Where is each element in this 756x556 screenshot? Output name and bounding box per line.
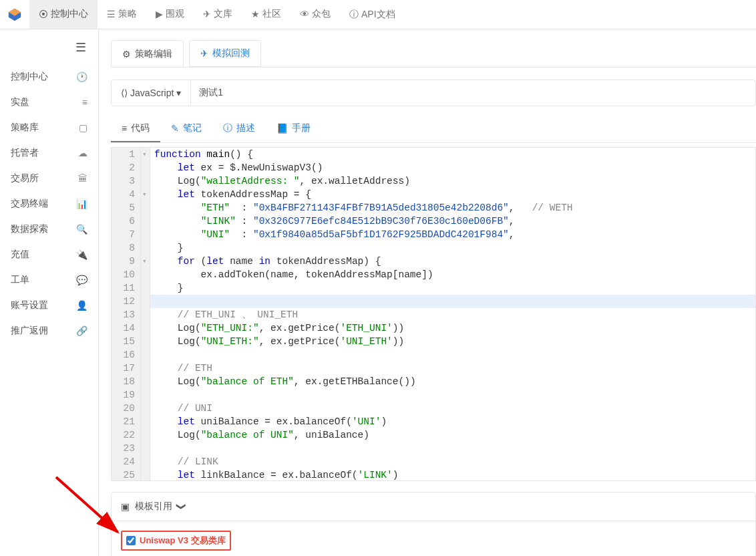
topnav-item-2[interactable]: ▶围观: [146, 0, 194, 29]
code-editor[interactable]: 1▾function main() {2 let ex = $.NewUnisw…: [111, 147, 756, 481]
code-line[interactable]: 13 // ETH_UNI 、 UNI_ETH: [112, 308, 755, 321]
chevron-down-icon: ❯: [176, 503, 187, 511]
topnav-item-1[interactable]: ☰策略: [98, 0, 146, 29]
caret-down-icon: ▾: [176, 88, 181, 98]
code-line[interactable]: 3 Log("walletAddress: ", ex.walletAddres…: [112, 174, 755, 188]
sidebar-item-9[interactable]: 账号设置👤: [5, 293, 93, 318]
inner-tab-icon: ⓘ: [223, 122, 232, 134]
sidebar-item-8[interactable]: 工单💬: [5, 267, 93, 293]
nav-icon: ★: [251, 9, 260, 19]
code-line[interactable]: 18 Log("balance of ETH", ex.getETHBalanc…: [112, 375, 755, 388]
topnav-item-5[interactable]: 👁众包: [291, 0, 340, 29]
toolbar: ⟨⟩ JavaScript ▾ 测试1: [111, 80, 756, 106]
code-line[interactable]: 12: [112, 295, 755, 308]
code-line[interactable]: 17 // ETH: [112, 362, 755, 375]
template-section-body: Uniswap V3 交易类库: [111, 521, 756, 556]
inner-tab-icon: 📘: [276, 123, 288, 134]
inner-tab-icon: ✎: [171, 123, 179, 134]
sidebar-icon: 💬: [76, 275, 87, 285]
sidebar-item-10[interactable]: 推广返佣🔗: [5, 318, 93, 343]
code-line[interactable]: 2 let ex = $.NewUniswapV3(): [112, 161, 755, 174]
topnav-item-3[interactable]: ✈文库: [194, 0, 242, 29]
sidebar-icon: 🔗: [76, 325, 87, 336]
sidebar-item-1[interactable]: 实盘≡: [5, 90, 93, 115]
main: ⚙策略编辑✈模拟回测 ⟨⟩ JavaScript ▾ 测试1 ≡代码✎笔记ⓘ描述…: [99, 29, 756, 556]
layer-icon: ▣: [121, 501, 130, 512]
sidebar-icon: ☁: [78, 148, 87, 158]
sidebar-toggle[interactable]: ☰: [5, 36, 93, 64]
sidebar-icon: ≡: [82, 97, 87, 108]
topnav-item-0[interactable]: ⦿控制中心: [29, 0, 98, 29]
nav-icon: ☰: [107, 9, 116, 19]
sidebar-item-2[interactable]: 策略库▢: [5, 115, 93, 140]
logo[interactable]: [0, 0, 29, 29]
nav-icon: ✈: [203, 9, 211, 19]
code-line[interactable]: 1▾function main() {: [112, 148, 755, 161]
sidebar-item-3[interactable]: 托管者☁: [5, 140, 93, 166]
template-item-uniswap[interactable]: Uniswap V3 交易类库: [121, 531, 231, 551]
lang-label: JavaScript: [130, 88, 174, 98]
sidebar-icon: 🔍: [76, 224, 87, 235]
tab-icon: ✈: [200, 48, 208, 59]
sidebar-icon: 📊: [76, 198, 87, 209]
code-icon: ⟨⟩: [121, 88, 128, 98]
code-line[interactable]: 25 let linkBalance = ex.balanceOf('LINK'…: [112, 468, 755, 481]
sidebar-item-0[interactable]: 控制中心🕐: [5, 64, 93, 90]
sidebar-item-6[interactable]: 数据探索🔍: [5, 217, 93, 242]
sidebar-item-7[interactable]: 充值🔌: [5, 242, 93, 267]
nav-icon: 👁: [300, 9, 309, 19]
tab-icon: ⚙: [122, 49, 131, 59]
code-line[interactable]: 4▾ let tokenAddressMap = {: [112, 188, 755, 201]
code-line[interactable]: 23: [112, 442, 755, 455]
code-line[interactable]: 7 "UNI" : "0x1f9840a85d5aF5bf1D1762F925B…: [112, 228, 755, 241]
template-section-header[interactable]: ▣ 模板引用 ❯: [111, 492, 756, 521]
code-line[interactable]: 8 }: [112, 241, 755, 255]
strategy-title[interactable]: 测试1: [191, 80, 755, 106]
inner-tabs: ≡代码✎笔记ⓘ描述📘手册: [111, 116, 756, 143]
tabbar: ⚙策略编辑✈模拟回测: [111, 40, 756, 67]
nav-icon: ▶: [156, 9, 163, 19]
sidebar-icon: 🏛: [78, 173, 87, 184]
template-checkbox[interactable]: [126, 536, 136, 545]
tab-0[interactable]: ⚙策略编辑: [111, 40, 184, 67]
inner-tab-3[interactable]: 📘手册: [266, 116, 321, 142]
topbar: ⦿控制中心☰策略▶围观✈文库★社区👁众包ⓘAPI文档: [0, 0, 756, 29]
code-line[interactable]: 16: [112, 348, 755, 362]
topnav-item-6[interactable]: ⓘAPI文档: [340, 0, 405, 29]
template-item-label: Uniswap V3 交易类库: [140, 535, 226, 547]
lang-select[interactable]: ⟨⟩ JavaScript ▾: [112, 80, 191, 106]
nav-icon: ⦿: [39, 9, 48, 19]
inner-tab-0[interactable]: ≡代码: [111, 116, 160, 142]
sidebar-icon: ▢: [79, 122, 87, 133]
inner-tab-2[interactable]: ⓘ描述: [212, 116, 266, 142]
code-line[interactable]: 24 // LINK: [112, 455, 755, 468]
code-line[interactable]: 22 Log("balance of UNI", uniBalance): [112, 428, 755, 442]
sidebar: ☰ 控制中心🕐实盘≡策略库▢托管者☁交易所🏛交易终端📊数据探索🔍充值🔌工单💬账号…: [0, 29, 99, 556]
code-line[interactable]: 6 "LINK" : "0x326C977E6efc84E512bB9C30f7…: [112, 215, 755, 228]
sidebar-icon: 🕐: [76, 72, 87, 82]
code-line[interactable]: 14 Log("ETH_UNI:", ex.getPrice('ETH_UNI'…: [112, 321, 755, 335]
code-line[interactable]: 10 ex.addToken(name, tokenAddressMap[nam…: [112, 268, 755, 281]
code-line[interactable]: 9▾ for (let name in tokenAddressMap) {: [112, 255, 755, 268]
code-line[interactable]: 5 "ETH" : "0xB4FBF271143F4FBf7B91A5ded31…: [112, 201, 755, 215]
code-line[interactable]: 11 }: [112, 281, 755, 295]
sidebar-icon: 🔌: [76, 249, 87, 260]
code-line[interactable]: 15 Log("UNI_ETH:", ex.getPrice('UNI_ETH'…: [112, 335, 755, 348]
template-header-label: 模板引用: [135, 501, 172, 513]
code-line[interactable]: 21 let uniBalance = ex.balanceOf('UNI'): [112, 415, 755, 428]
code-line[interactable]: 20 // UNI: [112, 402, 755, 415]
sidebar-item-5[interactable]: 交易终端📊: [5, 191, 93, 217]
nav-icon: ⓘ: [349, 9, 359, 21]
sidebar-icon: 👤: [76, 300, 87, 311]
topnav-item-4[interactable]: ★社区: [242, 0, 291, 29]
tab-1[interactable]: ✈模拟回测: [189, 40, 261, 67]
code-line[interactable]: 19: [112, 388, 755, 402]
inner-tab-1[interactable]: ✎笔记: [160, 116, 212, 142]
sidebar-item-4[interactable]: 交易所🏛: [5, 166, 93, 191]
inner-tab-icon: ≡: [122, 123, 127, 134]
